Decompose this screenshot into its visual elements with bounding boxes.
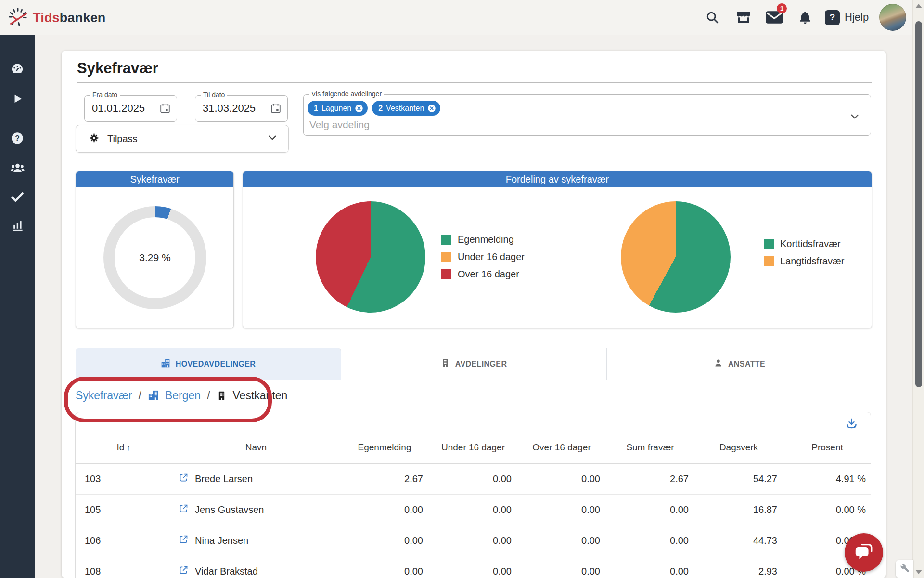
column-header-under16[interactable]: Under 16 dager (429, 432, 517, 463)
legend-label: Langtidsfravær (780, 256, 844, 267)
legend-item: Egenmelding (441, 234, 525, 245)
breadcrumb-bergen[interactable]: Bergen (165, 389, 201, 402)
tab-avdelinger[interactable]: AVDELINGER (341, 348, 607, 380)
chip-name: Vestkanten (386, 104, 424, 113)
bell-icon[interactable] (795, 0, 815, 35)
department-search-placeholder[interactable]: Velg avdeling (309, 119, 370, 131)
cell-name: Jens Gustavsen (172, 494, 340, 525)
legend-label: Over 16 dager (458, 269, 519, 280)
breadcrumb-sykefravaer[interactable]: Sykefravær (76, 389, 132, 402)
play-icon[interactable] (0, 87, 35, 110)
cell-sum: 2.67 (606, 463, 694, 494)
tab-ansatte[interactable]: ANSATTE (607, 348, 872, 380)
legend-item: Langtidsfravær (764, 256, 844, 267)
table-row: 106 Nina Jensen 0.00 0.00 0.00 0.00 44.7… (76, 525, 871, 556)
cell-under16: 0.00 (429, 525, 517, 556)
bar-chart-icon[interactable] (0, 213, 35, 236)
cell-dagsverk: 16.87 (694, 494, 783, 525)
scrollbar-up-arrow[interactable] (915, 4, 922, 8)
scrollbar-thumb[interactable] (915, 21, 922, 387)
chip-number: 1 (314, 104, 318, 113)
external-link-icon[interactable] (179, 534, 189, 547)
city-buildings-icon (161, 358, 170, 370)
chevron-down-icon[interactable] (848, 110, 861, 125)
download-icon[interactable] (845, 417, 858, 432)
absence-type-legend: Egenmelding Under 16 dager Over 16 dager (441, 234, 525, 280)
gauge-card-title: Sykefravær (76, 171, 233, 187)
absence-duration-legend: Korttidsfravær Langtidsfravær (764, 238, 844, 267)
legend-swatch-orange (441, 252, 451, 262)
column-header-dagsverk[interactable]: Dagsverk (694, 432, 783, 463)
from-date-value: 01.01.2025 (92, 102, 145, 115)
store-icon[interactable] (732, 0, 755, 35)
page-scrollbar[interactable] (912, 0, 924, 578)
employees-table-card: Id↑ Navn Egenmelding Under 16 dager Over… (75, 412, 871, 578)
departments-label: Vis følgende avdelinger (309, 90, 384, 98)
chip-name: Lagunen (321, 104, 351, 113)
cell-id: 106 (76, 525, 172, 556)
from-date-field[interactable]: Fra dato 01.01.2025 (84, 95, 177, 122)
external-link-icon[interactable] (179, 565, 189, 578)
scrollbar-down-arrow[interactable] (915, 570, 922, 574)
legend-item: Korttidsfravær (764, 238, 844, 250)
cell-name: Vidar Brakstad (172, 556, 340, 578)
legend-label: Egenmelding (458, 234, 514, 245)
search-icon[interactable] (702, 0, 723, 35)
cell-over16: 0.00 (517, 463, 606, 494)
cell-prosent: 4.91 % (783, 463, 871, 494)
cell-egenmelding: 0.00 (340, 525, 429, 556)
settings-wrench-button[interactable] (896, 560, 913, 578)
tab-hovedavdelinger[interactable]: HOVEDAVDELINGER (76, 348, 341, 380)
breadcrumb-vestkanten: Vestkanten (233, 389, 288, 402)
to-date-value: 31.03.2025 (203, 102, 256, 115)
to-date-label: Til dato (201, 91, 227, 99)
cell-under16: 0.00 (429, 463, 517, 494)
building-icon (217, 389, 227, 402)
app-screen: Tidsbanken 1 ? Hjelp (0, 0, 924, 578)
column-header-egenmelding[interactable]: Egenmelding (340, 432, 429, 463)
user-avatar[interactable] (879, 4, 906, 31)
table-header-row: Id↑ Navn Egenmelding Under 16 dager Over… (76, 432, 871, 463)
app-logo[interactable]: Tidsbanken (8, 7, 106, 29)
column-header-prosent[interactable]: Prosent (783, 432, 871, 463)
sick-leave-gauge-card: Sykefravær 3.29 % (76, 171, 234, 328)
external-link-icon[interactable] (179, 473, 189, 485)
cell-prosent: 0.00 % (783, 494, 871, 525)
question-circle-icon[interactable]: ? (0, 127, 35, 150)
check-icon[interactable] (0, 185, 35, 208)
customize-label: Tilpass (107, 133, 138, 144)
dashboard-icon[interactable] (0, 57, 35, 80)
chip-lagunen[interactable]: 1 Lagunen (308, 101, 368, 116)
chat-widget-button[interactable] (845, 533, 883, 572)
cell-sum: 0.00 (606, 494, 694, 525)
to-date-field[interactable]: Til dato 31.03.2025 (195, 95, 288, 122)
cell-under16: 0.00 (429, 494, 517, 525)
users-icon[interactable] (0, 156, 35, 179)
calendar-icon[interactable] (270, 103, 282, 116)
legend-swatch-red (441, 269, 451, 279)
cell-under16: 0.00 (429, 556, 517, 578)
external-link-icon[interactable] (179, 503, 189, 516)
column-header-id[interactable]: Id↑ (76, 432, 172, 463)
chip-remove-icon[interactable] (427, 104, 436, 113)
svg-text:?: ? (15, 134, 20, 143)
calendar-icon[interactable] (159, 103, 171, 116)
chip-remove-icon[interactable] (355, 104, 363, 113)
building-icon (441, 358, 450, 369)
column-header-navn[interactable]: Navn (172, 432, 340, 463)
cell-id: 103 (76, 463, 172, 494)
chip-vestkanten[interactable]: 2 Vestkanten (372, 101, 440, 116)
employee-name: Vidar Brakstad (195, 566, 258, 577)
departments-multiselect[interactable]: Vis følgende avdelinger 1 Lagunen 2 Vest… (303, 94, 871, 136)
column-header-over16[interactable]: Over 16 dager (517, 432, 606, 463)
sick-leave-percentage: 3.29 % (103, 206, 206, 309)
customize-accordion[interactable]: Tilpass (76, 125, 289, 153)
column-header-sum[interactable]: Sum fravær (606, 432, 694, 463)
table-row: 103 Brede Larsen 2.67 0.00 0.00 2.67 54.… (76, 463, 871, 494)
chip-number: 2 (378, 104, 383, 113)
distribution-card-title: Fordeling av sykefravær (243, 171, 872, 187)
cell-dagsverk: 44.73 (694, 525, 783, 556)
from-date-label: Fra dato (90, 91, 120, 99)
help-button[interactable]: ? Hjelp (825, 0, 869, 35)
cell-name: Brede Larsen (172, 463, 340, 494)
